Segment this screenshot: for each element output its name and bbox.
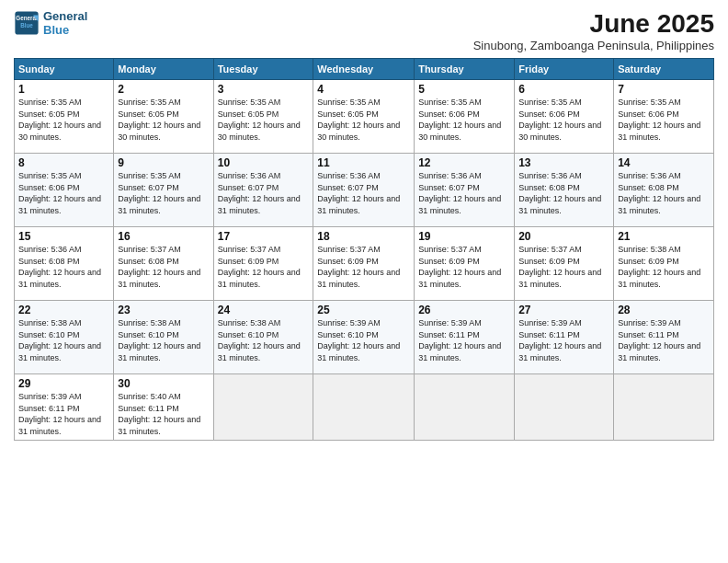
day-info: Sunrise: 5:36 AM Sunset: 6:08 PM Dayligh… <box>618 170 710 216</box>
day-info: Sunrise: 5:36 AM Sunset: 6:07 PM Dayligh… <box>317 170 410 216</box>
day-number: 26 <box>418 304 510 316</box>
col-friday: Friday <box>515 59 614 80</box>
calendar-week-row: 22Sunrise: 5:38 AM Sunset: 6:10 PM Dayli… <box>15 301 714 374</box>
day-info: Sunrise: 5:36 AM Sunset: 6:08 PM Dayligh… <box>18 244 109 290</box>
day-info: Sunrise: 5:36 AM Sunset: 6:08 PM Dayligh… <box>518 170 609 216</box>
day-info: Sunrise: 5:35 AM Sunset: 6:05 PM Dayligh… <box>118 97 209 143</box>
day-info: Sunrise: 5:39 AM Sunset: 6:11 PM Dayligh… <box>418 317 510 363</box>
day-number: 7 <box>618 83 710 96</box>
day-info: Sunrise: 5:39 AM Sunset: 6:11 PM Dayligh… <box>18 391 109 437</box>
table-row <box>415 374 515 441</box>
table-row: 25Sunrise: 5:39 AM Sunset: 6:10 PM Dayli… <box>313 301 415 374</box>
day-number: 10 <box>218 156 310 169</box>
table-row <box>213 374 313 441</box>
table-row: 12Sunrise: 5:36 AM Sunset: 6:07 PM Dayli… <box>415 154 515 227</box>
day-number: 19 <box>418 230 510 243</box>
table-row: 17Sunrise: 5:37 AM Sunset: 6:09 PM Dayli… <box>213 227 313 301</box>
day-number: 13 <box>518 156 609 169</box>
title-block: June 2025 Sinubong, Zamboanga Peninsula,… <box>473 9 714 52</box>
day-number: 14 <box>618 156 710 169</box>
table-row: 10Sunrise: 5:36 AM Sunset: 6:07 PM Dayli… <box>213 154 313 227</box>
day-info: Sunrise: 5:37 AM Sunset: 6:09 PM Dayligh… <box>518 244 609 290</box>
table-row: 20Sunrise: 5:37 AM Sunset: 6:09 PM Dayli… <box>515 227 614 301</box>
table-row: 29Sunrise: 5:39 AM Sunset: 6:11 PM Dayli… <box>15 374 114 441</box>
table-row: 27Sunrise: 5:39 AM Sunset: 6:11 PM Dayli… <box>515 301 614 374</box>
day-info: Sunrise: 5:35 AM Sunset: 6:06 PM Dayligh… <box>418 97 510 143</box>
col-monday: Monday <box>114 59 213 80</box>
day-info: Sunrise: 5:35 AM Sunset: 6:07 PM Dayligh… <box>118 170 209 216</box>
logo-text: General Blue <box>43 9 87 37</box>
table-row: 6Sunrise: 5:35 AM Sunset: 6:06 PM Daylig… <box>515 80 614 154</box>
logo: General Blue General Blue <box>14 9 87 37</box>
table-row: 4Sunrise: 5:35 AM Sunset: 6:05 PM Daylig… <box>313 80 415 154</box>
day-info: Sunrise: 5:36 AM Sunset: 6:07 PM Dayligh… <box>418 170 510 216</box>
day-info: Sunrise: 5:38 AM Sunset: 6:10 PM Dayligh… <box>218 317 310 363</box>
day-number: 29 <box>18 377 109 390</box>
day-number: 27 <box>518 304 609 316</box>
day-number: 9 <box>118 156 209 169</box>
day-info: Sunrise: 5:35 AM Sunset: 6:06 PM Dayligh… <box>18 170 109 216</box>
day-number: 28 <box>618 304 710 316</box>
table-row: 7Sunrise: 5:35 AM Sunset: 6:06 PM Daylig… <box>614 80 714 154</box>
calendar-week-row: 8Sunrise: 5:35 AM Sunset: 6:06 PM Daylig… <box>15 154 714 227</box>
day-number: 30 <box>118 377 209 390</box>
day-number: 22 <box>18 304 109 316</box>
table-row: 21Sunrise: 5:38 AM Sunset: 6:09 PM Dayli… <box>614 227 714 301</box>
table-row <box>614 374 714 441</box>
day-number: 4 <box>317 83 410 96</box>
table-row <box>313 374 415 441</box>
day-info: Sunrise: 5:35 AM Sunset: 6:05 PM Dayligh… <box>18 97 109 143</box>
table-row: 3Sunrise: 5:35 AM Sunset: 6:05 PM Daylig… <box>213 80 313 154</box>
day-number: 1 <box>18 83 109 96</box>
day-number: 17 <box>218 230 310 243</box>
day-info: Sunrise: 5:37 AM Sunset: 6:09 PM Dayligh… <box>218 244 310 290</box>
day-number: 15 <box>18 230 109 243</box>
day-number: 24 <box>218 304 310 316</box>
day-number: 21 <box>618 230 710 243</box>
day-number: 3 <box>218 83 310 96</box>
day-number: 25 <box>317 304 410 316</box>
table-row: 9Sunrise: 5:35 AM Sunset: 6:07 PM Daylig… <box>114 154 213 227</box>
day-number: 12 <box>418 156 510 169</box>
day-info: Sunrise: 5:39 AM Sunset: 6:11 PM Dayligh… <box>518 317 609 363</box>
calendar-page: General Blue General Blue June 2025 Sinu… <box>0 0 728 563</box>
table-row: 19Sunrise: 5:37 AM Sunset: 6:09 PM Dayli… <box>415 227 515 301</box>
table-row: 30Sunrise: 5:40 AM Sunset: 6:11 PM Dayli… <box>114 374 213 441</box>
day-number: 2 <box>118 83 209 96</box>
svg-text:Blue: Blue <box>20 22 33 29</box>
table-row: 24Sunrise: 5:38 AM Sunset: 6:10 PM Dayli… <box>213 301 313 374</box>
table-row: 28Sunrise: 5:39 AM Sunset: 6:11 PM Dayli… <box>614 301 714 374</box>
day-info: Sunrise: 5:38 AM Sunset: 6:10 PM Dayligh… <box>118 317 209 363</box>
col-tuesday: Tuesday <box>213 59 313 80</box>
table-row <box>515 374 614 441</box>
table-row: 15Sunrise: 5:36 AM Sunset: 6:08 PM Dayli… <box>15 227 114 301</box>
calendar-header-row: Sunday Monday Tuesday Wednesday Thursday… <box>15 59 714 80</box>
table-row: 8Sunrise: 5:35 AM Sunset: 6:06 PM Daylig… <box>15 154 114 227</box>
day-info: Sunrise: 5:36 AM Sunset: 6:07 PM Dayligh… <box>218 170 310 216</box>
col-saturday: Saturday <box>614 59 714 80</box>
day-number: 6 <box>518 83 609 96</box>
day-info: Sunrise: 5:40 AM Sunset: 6:11 PM Dayligh… <box>118 391 209 437</box>
table-row: 23Sunrise: 5:38 AM Sunset: 6:10 PM Dayli… <box>114 301 213 374</box>
day-number: 23 <box>118 304 209 316</box>
table-row: 2Sunrise: 5:35 AM Sunset: 6:05 PM Daylig… <box>114 80 213 154</box>
col-thursday: Thursday <box>415 59 515 80</box>
day-number: 18 <box>317 230 410 243</box>
table-row: 1Sunrise: 5:35 AM Sunset: 6:05 PM Daylig… <box>15 80 114 154</box>
calendar-table: Sunday Monday Tuesday Wednesday Thursday… <box>14 58 714 441</box>
table-row: 13Sunrise: 5:36 AM Sunset: 6:08 PM Dayli… <box>515 154 614 227</box>
day-info: Sunrise: 5:35 AM Sunset: 6:05 PM Dayligh… <box>317 97 410 143</box>
day-number: 5 <box>418 83 510 96</box>
day-number: 20 <box>518 230 609 243</box>
day-info: Sunrise: 5:39 AM Sunset: 6:11 PM Dayligh… <box>618 317 710 363</box>
day-info: Sunrise: 5:39 AM Sunset: 6:10 PM Dayligh… <box>317 317 410 363</box>
calendar-week-row: 1Sunrise: 5:35 AM Sunset: 6:05 PM Daylig… <box>15 80 714 154</box>
calendar-subtitle: Sinubong, Zamboanga Peninsula, Philippin… <box>473 39 714 52</box>
day-number: 8 <box>18 156 109 169</box>
day-info: Sunrise: 5:35 AM Sunset: 6:06 PM Dayligh… <box>518 97 609 143</box>
day-number: 11 <box>317 156 410 169</box>
col-sunday: Sunday <box>15 59 114 80</box>
calendar-week-row: 15Sunrise: 5:36 AM Sunset: 6:08 PM Dayli… <box>15 227 714 301</box>
day-number: 16 <box>118 230 209 243</box>
table-row: 11Sunrise: 5:36 AM Sunset: 6:07 PM Dayli… <box>313 154 415 227</box>
